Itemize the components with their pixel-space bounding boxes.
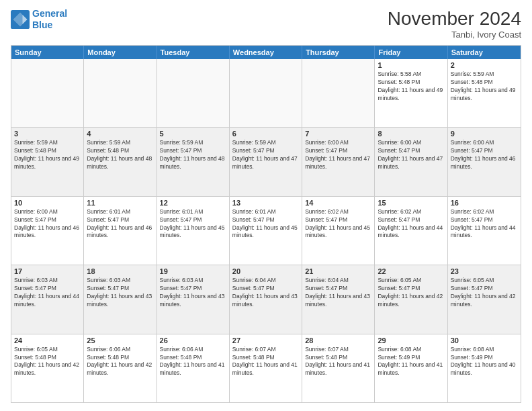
calendar-cell: 11Sunrise: 6:01 AMSunset: 5:47 PMDayligh… (84, 197, 157, 265)
day-info: Sunrise: 6:01 AMSunset: 5:47 PMDaylight:… (160, 208, 226, 240)
calendar-cell: 10Sunrise: 6:00 AMSunset: 5:47 PMDayligh… (11, 197, 84, 265)
day-info: Sunrise: 6:00 AMSunset: 5:47 PMDaylight:… (451, 139, 518, 171)
day-number: 5 (160, 130, 226, 138)
calendar-cell: 5Sunrise: 5:59 AMSunset: 5:47 PMDaylight… (157, 128, 230, 195)
calendar-cell: 3Sunrise: 5:59 AMSunset: 5:48 PMDaylight… (11, 128, 84, 195)
calendar-row: 1Sunrise: 5:58 AMSunset: 5:48 PMDaylight… (11, 59, 521, 127)
day-number: 27 (232, 336, 299, 345)
day-info: Sunrise: 6:04 AMSunset: 5:47 PMDaylight:… (232, 277, 299, 309)
day-number: 26 (160, 336, 226, 345)
day-number: 18 (87, 267, 153, 275)
header-day: Monday (84, 46, 157, 59)
day-info: Sunrise: 6:02 AMSunset: 5:47 PMDaylight:… (451, 208, 518, 240)
header-day: Friday (375, 46, 447, 59)
calendar-cell (230, 59, 302, 127)
day-number: 9 (451, 130, 518, 138)
day-number: 13 (232, 199, 299, 207)
day-number: 3 (14, 130, 81, 138)
page: General Blue November 2024 Tanbi, Ivory … (0, 0, 532, 411)
day-info: Sunrise: 5:59 AMSunset: 5:48 PMDaylight:… (451, 71, 518, 103)
day-info: Sunrise: 6:08 AMSunset: 5:49 PMDaylight:… (378, 346, 444, 378)
calendar-cell: 19Sunrise: 6:03 AMSunset: 5:47 PMDayligh… (157, 265, 230, 333)
calendar: SundayMondayTuesdayWednesdayThursdayFrid… (11, 45, 521, 403)
day-number: 7 (305, 130, 371, 138)
day-number: 15 (378, 199, 444, 207)
day-number: 28 (305, 336, 371, 345)
day-number: 1 (378, 61, 444, 69)
calendar-cell: 6Sunrise: 5:59 AMSunset: 5:47 PMDaylight… (230, 128, 302, 195)
day-number: 2 (451, 61, 518, 69)
header: General Blue November 2024 Tanbi, Ivory … (11, 8, 521, 40)
day-info: Sunrise: 6:03 AMSunset: 5:47 PMDaylight:… (14, 277, 81, 309)
day-info: Sunrise: 6:00 AMSunset: 5:47 PMDaylight:… (305, 139, 371, 171)
day-number: 12 (160, 199, 226, 207)
calendar-cell: 7Sunrise: 6:00 AMSunset: 5:47 PMDaylight… (302, 128, 375, 195)
day-info: Sunrise: 5:58 AMSunset: 5:48 PMDaylight:… (378, 71, 444, 103)
calendar-cell: 12Sunrise: 6:01 AMSunset: 5:47 PMDayligh… (157, 197, 230, 265)
day-number: 29 (378, 336, 444, 345)
day-info: Sunrise: 6:06 AMSunset: 5:48 PMDaylight:… (87, 346, 153, 378)
calendar-row: 10Sunrise: 6:00 AMSunset: 5:47 PMDayligh… (11, 196, 521, 265)
calendar-cell: 9Sunrise: 6:00 AMSunset: 5:47 PMDaylight… (448, 128, 521, 195)
logo: General Blue (11, 8, 67, 31)
day-number: 4 (87, 130, 153, 138)
title-block: November 2024 Tanbi, Ivory Coast (388, 8, 521, 40)
day-info: Sunrise: 6:00 AMSunset: 5:47 PMDaylight:… (378, 139, 444, 171)
day-info: Sunrise: 5:59 AMSunset: 5:48 PMDaylight:… (14, 139, 81, 171)
day-info: Sunrise: 6:03 AMSunset: 5:47 PMDaylight:… (87, 277, 153, 309)
day-number: 19 (160, 267, 226, 275)
calendar-cell: 14Sunrise: 6:02 AMSunset: 5:47 PMDayligh… (302, 197, 375, 265)
day-info: Sunrise: 6:03 AMSunset: 5:47 PMDaylight:… (160, 277, 226, 309)
calendar-cell: 24Sunrise: 6:05 AMSunset: 5:48 PMDayligh… (11, 334, 84, 402)
day-number: 24 (14, 336, 81, 345)
header-day: Tuesday (157, 46, 230, 59)
logo-text: General Blue (32, 8, 67, 31)
day-info: Sunrise: 6:05 AMSunset: 5:48 PMDaylight:… (14, 346, 81, 378)
calendar-cell (302, 59, 375, 127)
calendar-cell (157, 59, 230, 127)
day-info: Sunrise: 6:06 AMSunset: 5:48 PMDaylight:… (160, 346, 226, 378)
day-number: 8 (378, 130, 444, 138)
day-number: 21 (305, 267, 371, 275)
calendar-cell: 8Sunrise: 6:00 AMSunset: 5:47 PMDaylight… (375, 128, 447, 195)
header-day: Saturday (448, 46, 521, 59)
calendar-cell: 25Sunrise: 6:06 AMSunset: 5:48 PMDayligh… (84, 334, 157, 402)
day-info: Sunrise: 5:59 AMSunset: 5:47 PMDaylight:… (160, 139, 226, 171)
calendar-cell: 28Sunrise: 6:07 AMSunset: 5:48 PMDayligh… (302, 334, 375, 402)
calendar-row: 24Sunrise: 6:05 AMSunset: 5:48 PMDayligh… (11, 334, 521, 402)
header-day: Sunday (11, 46, 84, 59)
day-number: 23 (451, 267, 518, 275)
month-title: November 2024 (388, 8, 521, 30)
day-number: 6 (232, 130, 299, 138)
calendar-cell: 27Sunrise: 6:07 AMSunset: 5:48 PMDayligh… (230, 334, 302, 402)
calendar-cell: 30Sunrise: 6:08 AMSunset: 5:49 PMDayligh… (448, 334, 521, 402)
calendar-cell: 18Sunrise: 6:03 AMSunset: 5:47 PMDayligh… (84, 265, 157, 333)
day-info: Sunrise: 6:07 AMSunset: 5:48 PMDaylight:… (232, 346, 299, 378)
calendar-cell: 4Sunrise: 5:59 AMSunset: 5:48 PMDaylight… (84, 128, 157, 195)
day-info: Sunrise: 6:02 AMSunset: 5:47 PMDaylight:… (378, 208, 444, 240)
logo-icon (11, 10, 30, 29)
calendar-cell: 2Sunrise: 5:59 AMSunset: 5:48 PMDaylight… (448, 59, 521, 127)
day-number: 20 (232, 267, 299, 275)
day-number: 10 (14, 199, 81, 207)
day-info: Sunrise: 6:04 AMSunset: 5:47 PMDaylight:… (305, 277, 371, 309)
day-number: 14 (305, 199, 371, 207)
day-number: 11 (87, 199, 153, 207)
calendar-cell: 21Sunrise: 6:04 AMSunset: 5:47 PMDayligh… (302, 265, 375, 333)
day-info: Sunrise: 6:08 AMSunset: 5:49 PMDaylight:… (451, 346, 518, 378)
calendar-cell: 20Sunrise: 6:04 AMSunset: 5:47 PMDayligh… (230, 265, 302, 333)
calendar-cell: 17Sunrise: 6:03 AMSunset: 5:47 PMDayligh… (11, 265, 84, 333)
calendar-cell: 29Sunrise: 6:08 AMSunset: 5:49 PMDayligh… (375, 334, 447, 402)
day-number: 30 (451, 336, 518, 345)
day-info: Sunrise: 6:01 AMSunset: 5:47 PMDaylight:… (87, 208, 153, 240)
calendar-cell: 13Sunrise: 6:01 AMSunset: 5:47 PMDayligh… (230, 197, 302, 265)
calendar-cell: 16Sunrise: 6:02 AMSunset: 5:47 PMDayligh… (448, 197, 521, 265)
calendar-header: SundayMondayTuesdayWednesdayThursdayFrid… (11, 46, 521, 59)
calendar-cell (11, 59, 84, 127)
calendar-row: 17Sunrise: 6:03 AMSunset: 5:47 PMDayligh… (11, 265, 521, 333)
day-info: Sunrise: 6:01 AMSunset: 5:47 PMDaylight:… (232, 208, 299, 240)
location: Tanbi, Ivory Coast (388, 30, 521, 40)
calendar-cell: 15Sunrise: 6:02 AMSunset: 5:47 PMDayligh… (375, 197, 447, 265)
calendar-cell: 26Sunrise: 6:06 AMSunset: 5:48 PMDayligh… (157, 334, 230, 402)
day-info: Sunrise: 6:02 AMSunset: 5:47 PMDaylight:… (305, 208, 371, 240)
